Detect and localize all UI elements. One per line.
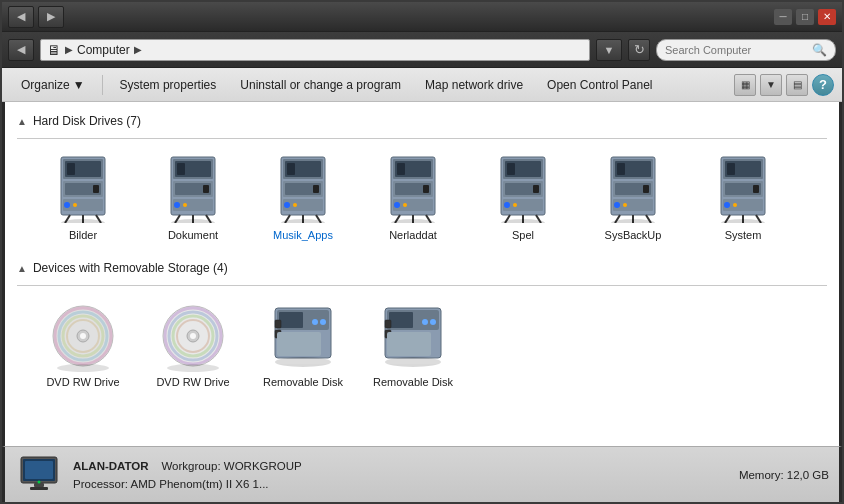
svg-point-36 xyxy=(284,202,290,208)
drive-item-dvd1[interactable]: DVD RW Drive xyxy=(33,296,133,392)
svg-point-121 xyxy=(320,319,326,325)
back-nav-icon: ◀ xyxy=(17,43,25,56)
svg-point-130 xyxy=(422,319,428,325)
address-arrow2: ▶ xyxy=(134,44,142,55)
removable-icon-2 xyxy=(373,300,453,372)
address-box[interactable]: 🖥 ▶ Computer ▶ xyxy=(40,39,590,61)
drive-item-system[interactable]: System xyxy=(693,149,793,245)
address-arrow: ▶ xyxy=(65,44,73,55)
back-icon: ◀ xyxy=(17,10,25,23)
maximize-button[interactable]: □ xyxy=(796,9,814,25)
dvd-icon-2 xyxy=(153,300,233,372)
svg-rect-62 xyxy=(533,185,539,193)
drive-item-nerladdat[interactable]: Nerladdat xyxy=(363,149,463,245)
back-button[interactable]: ◀ xyxy=(8,6,34,28)
svg-rect-87 xyxy=(727,163,735,175)
view-large-icon: ▦ xyxy=(741,79,750,90)
svg-rect-6 xyxy=(93,185,99,193)
close-button[interactable]: ✕ xyxy=(818,9,836,25)
search-icon: 🔍 xyxy=(812,43,827,57)
back-nav-button[interactable]: ◀ xyxy=(8,39,34,61)
svg-point-65 xyxy=(513,203,517,207)
dropdown-button[interactable]: ▼ xyxy=(596,39,622,61)
svg-rect-129 xyxy=(387,332,431,356)
svg-rect-31 xyxy=(287,163,295,175)
system-properties-button[interactable]: System properties xyxy=(109,73,228,97)
svg-point-23 xyxy=(183,203,187,207)
svg-rect-90 xyxy=(753,185,759,193)
organize-label: Organize xyxy=(21,78,70,92)
svg-point-64 xyxy=(504,202,510,208)
view-dropdown-icon: ▼ xyxy=(766,79,776,90)
toolbar: Organize ▼ System properties Uninstall o… xyxy=(2,68,842,102)
main-content: ▲ Hard Disk Drives (7) xyxy=(2,102,842,446)
window-controls: ─ □ ✕ xyxy=(774,9,836,25)
svg-rect-76 xyxy=(643,185,649,193)
open-control-label: Open Control Panel xyxy=(547,78,652,92)
drive-item-sysbackup[interactable]: SysBackUp xyxy=(583,149,683,245)
svg-rect-116 xyxy=(279,312,303,328)
uninstall-button[interactable]: Uninstall or change a program xyxy=(229,73,412,97)
view-dropdown-button[interactable]: ▼ xyxy=(760,74,782,96)
drive-label-musikapps: Musik_Apps xyxy=(273,229,333,241)
svg-rect-45 xyxy=(397,163,405,175)
organize-arrow-icon: ▼ xyxy=(73,78,85,92)
refresh-button[interactable]: ↻ xyxy=(628,39,650,61)
toolbar-right: ▦ ▼ ▤ ? xyxy=(734,74,834,96)
statusbar-name-workgroup: ALAN-DATOR Workgroup: WORKGROUP xyxy=(73,457,729,475)
removable-section-title: Devices with Removable Storage (4) xyxy=(33,261,228,275)
removable-divider xyxy=(17,285,827,286)
drive-item-removable1[interactable]: Removable Disk xyxy=(253,296,353,392)
drive-label-dokument: Dokument xyxy=(168,229,218,241)
hard-disk-section-header: ▲ Hard Disk Drives (7) xyxy=(17,114,827,128)
search-box[interactable]: 🔍 xyxy=(656,39,836,61)
help-button[interactable]: ? xyxy=(812,74,834,96)
svg-point-105 xyxy=(57,364,109,372)
drive-item-bilder[interactable]: Bilder xyxy=(33,149,133,245)
search-input[interactable] xyxy=(665,44,808,56)
removable-collapse-arrow[interactable]: ▲ xyxy=(17,263,27,274)
svg-point-113 xyxy=(167,364,219,372)
svg-point-37 xyxy=(293,203,297,207)
drive-label-system: System xyxy=(725,229,762,241)
map-network-button[interactable]: Map network drive xyxy=(414,73,534,97)
view-large-button[interactable]: ▦ xyxy=(734,74,756,96)
minimize-button[interactable]: ─ xyxy=(774,9,792,25)
drive-item-removable2[interactable]: Removable Disk xyxy=(363,296,463,392)
svg-rect-117 xyxy=(275,320,281,328)
svg-point-92 xyxy=(724,202,730,208)
hard-disk-collapse-arrow[interactable]: ▲ xyxy=(17,116,27,127)
drive-label-dvd2: DVD RW Drive xyxy=(156,376,229,388)
minimize-icon: ─ xyxy=(779,11,786,22)
open-control-button[interactable]: Open Control Panel xyxy=(536,73,663,97)
map-network-label: Map network drive xyxy=(425,78,523,92)
statusbar-processor: Processor: AMD Phenom(tm) II X6 1... xyxy=(73,475,729,493)
view-details-button[interactable]: ▤ xyxy=(786,74,808,96)
titlebar-left: ◀ ▶ xyxy=(8,6,64,28)
svg-rect-17 xyxy=(177,163,185,175)
computer-name: ALAN-DATOR xyxy=(73,460,149,472)
svg-point-8 xyxy=(64,202,70,208)
drive-label-bilder: Bilder xyxy=(69,229,97,241)
hard-disk-section-title: Hard Disk Drives (7) xyxy=(33,114,141,128)
hdd-icon-bilder xyxy=(43,153,123,225)
svg-rect-73 xyxy=(617,163,625,175)
processor-text: Processor: AMD Phenom(tm) II X6 1... xyxy=(73,478,269,490)
svg-point-51 xyxy=(403,203,407,207)
hdd-icon-nerladdat xyxy=(373,153,453,225)
organize-button[interactable]: Organize ▼ xyxy=(10,73,96,97)
computer-icon: 🖥 xyxy=(47,42,61,58)
statusbar-computer-icon xyxy=(15,451,63,499)
drive-item-musikapps[interactable]: Musik_Apps xyxy=(253,149,353,245)
svg-rect-137 xyxy=(34,483,44,487)
drive-label-spel: Spel xyxy=(512,229,534,241)
forward-button[interactable]: ▶ xyxy=(38,6,64,28)
help-icon: ? xyxy=(819,77,827,92)
system-properties-label: System properties xyxy=(120,78,217,92)
svg-point-78 xyxy=(614,202,620,208)
drive-item-spel[interactable]: Spel xyxy=(473,149,573,245)
svg-rect-136 xyxy=(25,461,53,479)
drive-item-dvd2[interactable]: DVD RW Drive xyxy=(143,296,243,392)
drive-item-dokument[interactable]: Dokument xyxy=(143,149,243,245)
dvd-icon-1 xyxy=(43,300,123,372)
